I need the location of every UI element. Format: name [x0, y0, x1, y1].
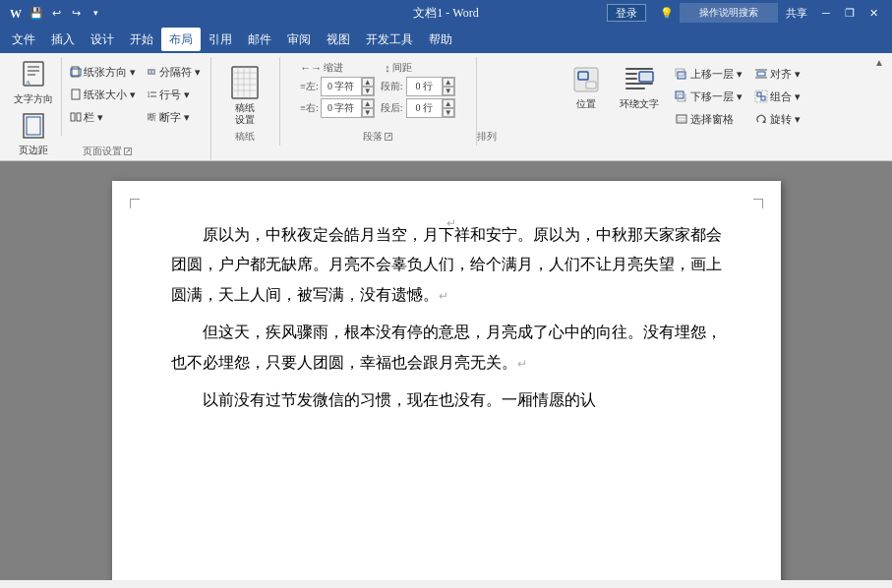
svg-text:1: 1: [147, 90, 150, 99]
text-direction-button[interactable]: A 文字方向: [10, 57, 57, 109]
spacing-before-input[interactable]: 0 行 ▲ ▼: [406, 77, 455, 96]
indent-left-up-button[interactable]: ▲: [362, 78, 374, 87]
page-setup-label: 页面设置 ↗: [83, 145, 132, 158]
paper-size-button[interactable]: 纸张大小 ▾: [66, 84, 140, 105]
indent-section-label: 缩进: [324, 61, 343, 75]
hyphenation-label: 断字 ▾: [159, 110, 190, 125]
menu-home[interactable]: 开始: [122, 28, 161, 51]
svg-rect-34: [639, 72, 653, 82]
page-corner-top-right: [753, 199, 763, 208]
menu-view[interactable]: 视图: [319, 28, 358, 51]
svg-rect-48: [757, 72, 765, 76]
spacing-before-up-button[interactable]: ▲: [443, 78, 454, 87]
line-numbers-label: 行号 ▾: [159, 88, 190, 102]
indent-right-down-button[interactable]: ▼: [362, 108, 374, 117]
paragraph-1: 原以为，中秋夜定会皓月当空，月下祥和安宁。原以为，中秋那天家家都会团圆，户户都无…: [171, 220, 722, 310]
title-bar-right: 登录 💡 操作说明搜索 共享 ─ ❐ ✕: [607, 3, 884, 23]
indent-right-input[interactable]: 0 字符 ▲ ▼: [321, 98, 375, 118]
svg-rect-32: [625, 68, 653, 70]
line-numbers-icon: 1: [146, 88, 157, 100]
indent-left-value: 0 字符: [322, 80, 361, 93]
spacing-before-value: 0 行: [407, 80, 442, 93]
save-quick-button[interactable]: 💾: [28, 4, 45, 22]
undo-quick-button[interactable]: ↩: [47, 4, 65, 22]
title-bar: W 💾 ↩ ↪ ▾ 文档1 - Word 登录 💡 操作说明搜索 共享 ─ ❐ …: [0, 0, 892, 26]
wrap-text-icon: [624, 64, 655, 95]
wrap-text-button[interactable]: 环绕文字: [616, 61, 663, 114]
menu-layout[interactable]: 布局: [161, 28, 201, 51]
indent-left-down-button[interactable]: ▼: [362, 87, 374, 95]
customize-quick-access-button[interactable]: ▾: [87, 4, 104, 22]
rotate-button[interactable]: 旋转 ▾: [750, 108, 804, 130]
columns-icon: [70, 111, 82, 123]
menu-mailings[interactable]: 邮件: [240, 28, 279, 51]
spacing-before-label: 段前:: [381, 80, 404, 93]
menu-bar: 文件 插入 设计 开始 布局 引用 邮件 审阅 视图 开发工具 帮助: [0, 26, 892, 53]
group-label: 组合 ▾: [770, 89, 801, 104]
bring-forward-button[interactable]: ↑ 上移一层 ▾: [671, 63, 746, 85]
selection-pane-button[interactable]: 选择窗格: [671, 108, 746, 130]
svg-rect-21: [232, 67, 258, 98]
svg-rect-37: [625, 88, 645, 89]
menu-file[interactable]: 文件: [4, 28, 43, 51]
paragraph-expand-icon[interactable]: ↗: [385, 133, 392, 141]
svg-rect-8: [27, 117, 40, 135]
menu-help[interactable]: 帮助: [421, 28, 460, 51]
indent-left-input[interactable]: 0 字符 ▲ ▼: [321, 77, 375, 96]
menu-review[interactable]: 审阅: [279, 28, 319, 51]
position-icon: [570, 64, 602, 95]
search-help-input[interactable]: 操作说明搜索: [680, 3, 778, 23]
position-label: 位置: [576, 97, 596, 111]
align-icon: [754, 67, 768, 81]
margins-label: 页边距: [19, 144, 48, 157]
redo-quick-button[interactable]: ↪: [67, 4, 85, 22]
menu-references[interactable]: 引用: [201, 28, 240, 51]
group-button[interactable]: 组合 ▾: [750, 86, 804, 107]
svg-text:↑: ↑: [684, 68, 686, 73]
para-mark-top: ↵: [446, 216, 456, 231]
align-button[interactable]: 对齐 ▾: [750, 63, 804, 85]
paper-orientation-label: 纸张方向 ▾: [84, 65, 136, 80]
ribbon-group-paragraph: ←→ 缩进 ↕ 间距 ≡左: 0 字符 ▲ ▼: [280, 57, 477, 146]
svg-rect-31: [586, 82, 596, 88]
close-button[interactable]: ✕: [862, 3, 884, 23]
position-button[interactable]: 位置: [565, 61, 608, 114]
svg-text:↓: ↓: [684, 97, 686, 102]
line-numbers-button[interactable]: 1 行号 ▾: [142, 84, 205, 105]
indent-right-up-button[interactable]: ▲: [362, 99, 374, 108]
menu-developer[interactable]: 开发工具: [358, 28, 421, 51]
paper-orientation-button[interactable]: 纸张方向 ▾: [66, 61, 140, 83]
title-bar-left: W 💾 ↩ ↪ ▾: [8, 4, 104, 22]
send-backward-icon: ↓: [675, 89, 688, 103]
align-label: 对齐 ▾: [770, 67, 801, 82]
menu-insert[interactable]: 插入: [43, 28, 83, 51]
ribbon-collapse-button[interactable]: ▲: [874, 57, 884, 68]
share-button[interactable]: 共享: [780, 3, 813, 23]
paper-orientation-icon: [70, 66, 82, 78]
spacing-before-down-button[interactable]: ▼: [443, 87, 454, 95]
para-mark-1: ↵: [439, 289, 448, 303]
draft-paper-label: 稿纸设置: [235, 102, 255, 126]
paper-size-icon: [70, 88, 82, 100]
send-backward-button[interactable]: ↓ 下移一层 ▾: [671, 86, 746, 107]
spacing-after-down-button[interactable]: ▼: [443, 108, 454, 117]
break-icon: [146, 66, 157, 78]
restore-button[interactable]: ❐: [839, 3, 861, 23]
divider: [61, 57, 62, 136]
indent-left-label: ≡左:: [300, 80, 318, 93]
minimize-button[interactable]: ─: [815, 3, 837, 23]
spacing-after-input[interactable]: 0 行 ▲ ▼: [406, 98, 455, 118]
login-button[interactable]: 登录: [607, 4, 646, 22]
page-setup-expand-icon[interactable]: ↗: [124, 147, 132, 155]
hyphenation-button[interactable]: 断 断字 ▾: [142, 106, 205, 128]
break-button[interactable]: 分隔符 ▾: [142, 61, 205, 83]
menu-design[interactable]: 设计: [83, 28, 122, 51]
document-content[interactable]: 原以为，中秋夜定会皓月当空，月下祥和安宁。原以为，中秋那天家家都会团圆，户户都无…: [171, 220, 722, 415]
margins-button[interactable]: 页边距: [11, 110, 56, 160]
help-icon[interactable]: 💡: [656, 3, 678, 23]
spacing-after-up-button[interactable]: ▲: [443, 99, 454, 108]
paragraph-group-label: 段落 ↗: [363, 130, 392, 144]
draft-paper-group-label: 稿纸: [235, 130, 255, 144]
draft-paper-button[interactable]: 稿纸设置: [223, 61, 267, 130]
columns-button[interactable]: 栏 ▾: [66, 106, 140, 128]
